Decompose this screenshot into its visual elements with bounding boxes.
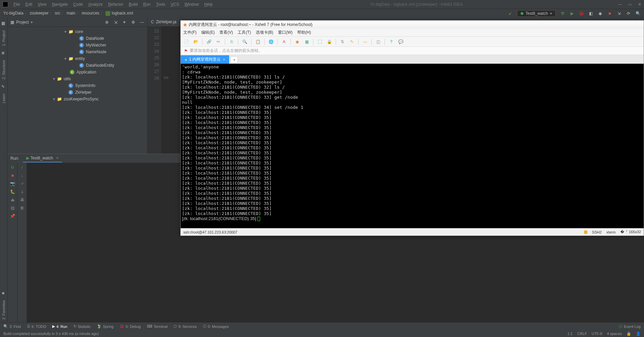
close-icon[interactable]: × (56, 156, 59, 160)
project-tool-icon[interactable]: ▦ (1, 21, 6, 26)
line-number[interactable]: 25 (148, 55, 159, 61)
print-icon[interactable]: 🖶 (20, 197, 25, 203)
menu-navigate[interactable]: Navigate (50, 1, 70, 7)
xshell-menu-item[interactable]: 选项卡(B) (256, 30, 273, 35)
xshell-menu-item[interactable]: 窗口(W) (278, 30, 293, 35)
event-log-button[interactable]: ⓘ Event Log (619, 324, 641, 329)
reconnect-icon[interactable]: 🔗 (206, 39, 212, 45)
new-tab-button[interactable]: + (231, 56, 238, 64)
project-tree[interactable]: ▾📁coreCDataNodeCMyWatcherCNameNode▾📁enti… (8, 27, 147, 154)
line-separator[interactable]: CRLF (577, 332, 587, 336)
tree-item-core[interactable]: ▾📁core (8, 28, 147, 35)
close-button[interactable]: ✕ (638, 2, 641, 7)
tree-item-zkhelper[interactable]: CZkHelper (8, 89, 147, 96)
tree-item-systeminfo[interactable]: CSystemInfo (8, 82, 147, 89)
menu-tools[interactable]: Tools (154, 1, 167, 7)
dump-icon[interactable]: 🐛 (10, 189, 15, 194)
split-icon[interactable]: ◫ (375, 39, 381, 45)
favorites-tool-icon[interactable]: ★ (1, 291, 6, 296)
settings-icon[interactable]: ⚙ (130, 20, 136, 25)
debug-icon[interactable]: 🐞 (579, 11, 584, 16)
scroll-icon[interactable]: ⤓ (20, 189, 25, 194)
xshell-menu-item[interactable]: 查看(V) (219, 30, 233, 35)
chevron-down-icon[interactable]: ▾ (31, 20, 33, 25)
chat-icon[interactable]: 💬 (398, 39, 404, 45)
terminal-output[interactable]: 'world,'anyone : cdrwa [zk: localhost:21… (181, 64, 644, 228)
breadcrumb-item[interactable]: resources (82, 11, 99, 16)
menu-analyze[interactable]: Analyze (86, 1, 105, 7)
inspection-icon[interactable]: 👤 (636, 332, 641, 336)
open-icon[interactable]: 📂 (193, 39, 199, 45)
tab-learn[interactable]: Learn (1, 91, 7, 106)
line-number[interactable]: 22 (148, 34, 159, 41)
learn-tool-icon[interactable]: ✎ (1, 84, 6, 89)
bottom-tab-debug[interactable]: 🐞5: Debug (120, 324, 141, 329)
help-icon[interactable]: ? (388, 39, 394, 45)
xshell-menu-item[interactable]: 文件(F) (183, 30, 196, 35)
tree-item-datanodeentity[interactable]: CDataNodeEntity (8, 62, 147, 69)
breadcrumb-item[interactable]: Yc-bigData (3, 11, 23, 16)
menu-edit[interactable]: Edit (23, 1, 34, 7)
bottom-tab-services[interactable]: ⬡9: Services (174, 324, 196, 329)
tree-item-datanode[interactable]: CDataNode (8, 35, 147, 42)
bottom-tab-messages[interactable]: ⓘ0: Messages (203, 324, 229, 329)
run-tab[interactable]: ▶ Test8_watch × (23, 154, 62, 162)
screen-icon[interactable]: ▦ (304, 39, 310, 45)
tab-favorites[interactable]: 2: Favorites (1, 298, 7, 322)
back-icon[interactable]: ↙ (508, 11, 513, 16)
lock-icon[interactable]: 🔒 (326, 39, 332, 45)
pin-icon[interactable]: 📌 (10, 213, 15, 219)
menu-refactor[interactable]: Refactor (106, 1, 125, 7)
run-config-selector[interactable]: Test8_watch ▾ (517, 10, 556, 17)
up-icon[interactable]: ↑ (20, 165, 25, 170)
expand-arrow-icon[interactable]: ▾ (64, 56, 68, 61)
transfer-icon[interactable]: ⇅ (339, 39, 345, 45)
font-icon[interactable]: A (281, 39, 287, 45)
line-number[interactable]: 28 (148, 75, 159, 82)
tree-item-namenode[interactable]: CNameNode (8, 49, 147, 55)
tab-project[interactable]: 1: Project (1, 28, 7, 49)
down-icon[interactable]: ↓ (20, 173, 25, 178)
tree-item-zookeeperprosync[interactable]: ▾📁zooKeeperProSync (8, 96, 147, 102)
find-icon[interactable]: 🔍 (242, 39, 248, 45)
breadcrumb-item[interactable]: src (55, 11, 60, 16)
xshell-titlebar[interactable]: ◉ 内网穿透阿里云 - root@localhost:~ - Xshell 7 … (181, 21, 644, 29)
structure-tool-icon[interactable]: ≣ (1, 51, 6, 55)
fullscreen-icon[interactable]: ⛶ (317, 39, 323, 45)
line-number[interactable]: 26 (148, 61, 159, 68)
bottom-tab-spring[interactable]: 🍃Spring (97, 324, 114, 329)
hide-icon[interactable]: — (139, 20, 145, 25)
tree-item-mywatcher[interactable]: CMyWatcher (8, 42, 147, 49)
tree-item-application[interactable]: CApplication (8, 69, 147, 75)
tree-item-entity[interactable]: ▾📁entity (8, 55, 147, 62)
bottom-tab-statistic[interactable]: ↻Statistic (73, 324, 91, 329)
paste-icon[interactable]: 📋 (255, 39, 261, 45)
xshell-menu-item[interactable]: 编辑(E) (201, 30, 215, 35)
minimize-button[interactable]: — (618, 2, 622, 7)
xshell-menu-item[interactable]: 工具(T) (238, 30, 251, 35)
menu-view[interactable]: View (36, 1, 49, 7)
line-number[interactable]: 21 (148, 28, 159, 34)
stop-icon[interactable]: ■ (607, 11, 612, 16)
coverage-icon[interactable]: ◧ (588, 11, 593, 16)
update-icon[interactable]: ⟳ (626, 11, 631, 16)
caret-position[interactable]: 1:1 (568, 332, 573, 336)
expand-arrow-icon[interactable]: ▾ (64, 29, 68, 34)
bottom-tab-todo[interactable]: ☰6: TODO (27, 324, 47, 329)
xshell-session-tab[interactable]: ● 1 内网穿透阿里云 × (181, 55, 229, 64)
close-icon[interactable]: × (223, 57, 225, 62)
menu-build[interactable]: Build (127, 1, 140, 7)
profile-icon[interactable]: ◉ (597, 11, 603, 16)
line-number[interactable]: 27 (148, 68, 159, 75)
menu-window[interactable]: Window (182, 1, 201, 7)
copy-icon[interactable]: ⎘ (228, 39, 235, 45)
tab-icon[interactable]: ▭ (362, 39, 368, 45)
xshell-menu-item[interactable]: 帮助(H) (297, 30, 311, 35)
exit-icon[interactable]: ⏏ (10, 197, 15, 203)
wrap-icon[interactable]: ⤶ (20, 181, 25, 186)
line-number[interactable]: 23 (148, 41, 159, 48)
globe-icon[interactable]: 🌐 (268, 39, 274, 45)
bottom-tab-find[interactable]: 🔍3: Find (3, 324, 21, 329)
stop-icon[interactable]: ■ (10, 173, 15, 178)
menu-file[interactable]: File (11, 1, 22, 7)
